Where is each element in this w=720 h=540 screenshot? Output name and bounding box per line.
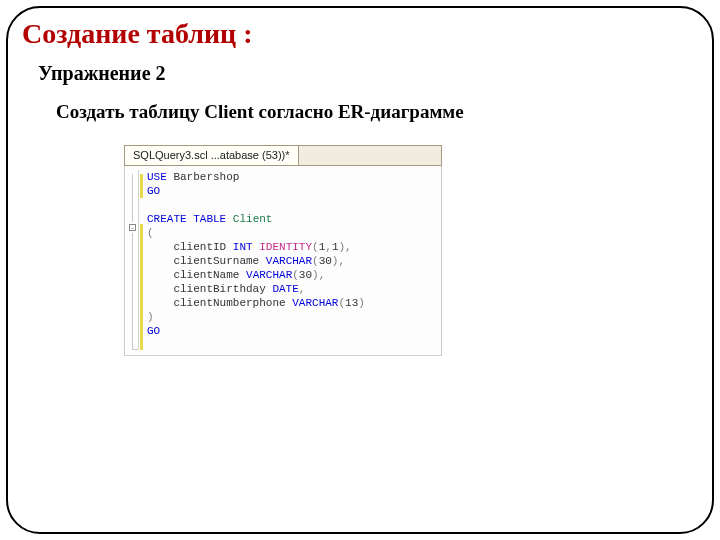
collapse-toggle-icon[interactable]: - xyxy=(129,224,136,231)
change-bar xyxy=(140,224,143,350)
code-token: clientName xyxy=(147,269,246,281)
kw-table: TABLE xyxy=(193,213,226,225)
outline-line xyxy=(132,349,138,350)
code-text: USE Barbershop GO CREATE TABLE Client ( … xyxy=(145,170,441,349)
kw-go: GO xyxy=(147,325,160,337)
code-token: , xyxy=(325,241,332,253)
code-token: , xyxy=(345,241,352,253)
code-token: ( xyxy=(312,241,319,253)
code-token: Client xyxy=(226,213,272,225)
slide-frame: Создание таблиц : Упражнение 2 Создать т… xyxy=(6,6,714,534)
subtitle: Упражнение 2 xyxy=(38,62,712,85)
code-token: 30 xyxy=(319,255,332,267)
type-int: INT xyxy=(233,241,253,253)
code-token: ( xyxy=(147,227,154,239)
type-varchar: VARCHAR xyxy=(266,255,312,267)
outline-gutter: - xyxy=(125,170,139,349)
task-text: Создать таблицу Client согласно ER-диагр… xyxy=(56,101,712,123)
type-varchar: VARCHAR xyxy=(292,297,338,309)
code-token: 13 xyxy=(345,297,358,309)
type-date: DATE xyxy=(272,283,298,295)
code-token: clientID xyxy=(147,241,233,253)
code-token: , xyxy=(299,283,306,295)
code-token: 1 xyxy=(332,241,339,253)
code-token: , xyxy=(319,269,326,281)
page-title: Создание таблиц : xyxy=(22,18,712,50)
outline-line xyxy=(132,233,133,349)
code-token: clientSurname xyxy=(147,255,266,267)
kw-create: CREATE xyxy=(147,213,187,225)
editor-tab[interactable]: SQLQuery3.scl ...atabase (53))* xyxy=(125,146,299,165)
code-token: Barbershop xyxy=(167,171,240,183)
code-token: ) xyxy=(358,297,365,309)
code-token: 30 xyxy=(299,269,312,281)
code-area: - USE Barbershop GO CREATE TABLE Client … xyxy=(124,166,442,356)
code-token: ) xyxy=(147,311,154,323)
change-bar xyxy=(140,174,143,198)
fn-identity: IDENTITY xyxy=(259,241,312,253)
code-token: clientNumberphone xyxy=(147,297,292,309)
kw-use: USE xyxy=(147,171,167,183)
code-token: , xyxy=(338,255,345,267)
change-bar-gutter xyxy=(139,170,145,349)
code-token: ) xyxy=(312,269,319,281)
code-token: clientBirthday xyxy=(147,283,272,295)
kw-go: GO xyxy=(147,185,160,197)
tab-bar: SQLQuery3.scl ...atabase (53))* xyxy=(124,145,442,166)
type-varchar: VARCHAR xyxy=(246,269,292,281)
code-token: ( xyxy=(292,269,299,281)
code-editor: SQLQuery3.scl ...atabase (53))* - USE Ba… xyxy=(124,145,442,356)
code-token: ( xyxy=(312,255,319,267)
outline-line xyxy=(132,174,133,222)
